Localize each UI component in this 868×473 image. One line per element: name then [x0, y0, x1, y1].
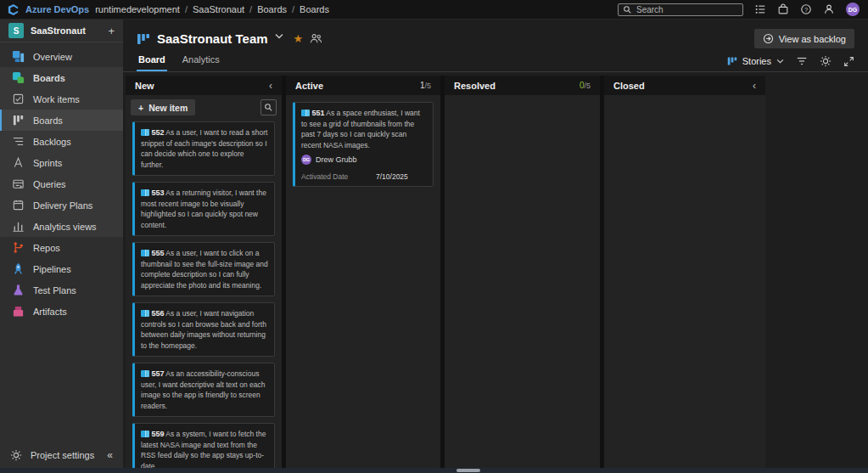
sprints-icon	[12, 156, 25, 169]
scrollbar-thumb[interactable]	[456, 469, 480, 472]
user-settings-icon[interactable]	[823, 3, 835, 15]
help-icon[interactable]: ?	[800, 3, 812, 15]
backlogs-icon	[12, 135, 25, 148]
chevron-down-icon[interactable]	[275, 33, 287, 45]
card-id[interactable]: 557	[151, 369, 164, 378]
assignee-avatar: DG	[301, 155, 311, 165]
user-story-icon	[141, 189, 149, 196]
sidebar-item-label: Work items	[33, 94, 80, 104]
favorite-star-icon[interactable]: ★	[294, 33, 304, 44]
count-limit: /5	[584, 82, 591, 90]
filter-icon[interactable]	[796, 55, 808, 67]
fullscreen-icon[interactable]	[843, 56, 854, 67]
column-new: New ‹ + New item	[126, 76, 282, 468]
collapse-sidebar-button[interactable]: «	[107, 449, 113, 461]
sidebar-item-work-items[interactable]: Work items	[0, 88, 123, 110]
sidebar-item-artifacts[interactable]: Artifacts	[0, 301, 123, 322]
project-settings-button[interactable]: Project settings «	[0, 442, 123, 468]
breadcrumb-page[interactable]: Boards	[300, 4, 329, 14]
column-name: New	[135, 81, 154, 91]
sidebar-item-sprints[interactable]: Sprints	[0, 152, 123, 173]
work-item-card-559[interactable]: 559 As a system, I want to fetch the lat…	[132, 423, 275, 468]
project-avatar[interactable]: S	[8, 23, 24, 38]
search-box[interactable]	[618, 3, 743, 16]
sidebar-item-repos[interactable]: Repos	[0, 237, 123, 258]
work-items-icon	[12, 93, 25, 105]
work-item-card-552[interactable]: 552 As a user, I want to read a short sn…	[132, 121, 275, 176]
column-body-active: 551 As a space enthusiast, I want to see…	[286, 95, 440, 468]
view-as-backlog-button[interactable]: View as backlog	[754, 29, 854, 48]
horizontal-scrollbar[interactable]	[0, 468, 868, 473]
user-story-icon	[141, 310, 149, 317]
sidebar-item-delivery-plans[interactable]: Delivery Plans	[0, 194, 123, 216]
card-id[interactable]: 553	[151, 189, 164, 197]
sidebar-item-pipelines[interactable]: Pipelines	[0, 258, 123, 279]
azure-devops-app: Azure DevOps runtimedevelopment / SaaStr…	[0, 0, 868, 473]
breadcrumb-project[interactable]: SaaStronaut	[193, 4, 244, 14]
work-item-card-557[interactable]: 557 As an accessibility-conscious user, …	[132, 363, 275, 417]
add-project-item-button[interactable]: +	[108, 25, 115, 37]
user-story-icon	[141, 129, 149, 136]
tab-board[interactable]: Board	[137, 54, 167, 71]
task-list-icon[interactable]	[754, 3, 766, 15]
card-id[interactable]: 552	[151, 128, 164, 137]
board-settings-gear-icon[interactable]	[820, 55, 832, 67]
team-members-icon[interactable]	[310, 33, 322, 45]
breadcrumb-org[interactable]: runtimedevelopment	[95, 4, 180, 14]
wip-count: 1/5	[420, 81, 431, 90]
azure-devops-logo-icon[interactable]	[7, 3, 20, 16]
project-settings-label: Project settings	[31, 450, 94, 460]
column-header-active: Active 1/5	[286, 76, 440, 95]
delivery-plans-icon	[12, 199, 25, 211]
sidebar-item-overview[interactable]: Overview	[0, 46, 123, 67]
sidebar-item-analytics-views[interactable]: Analytics views	[0, 216, 123, 237]
main-content: SaaStronaut Team ★ View as backlog Board	[123, 20, 868, 468]
brand-title[interactable]: Azure DevOps	[25, 4, 89, 14]
project-header: S SaaStronaut +	[0, 20, 123, 42]
user-story-icon	[141, 370, 149, 377]
board-controls: Stories	[727, 55, 854, 71]
sidebar-item-boards-group[interactable]: Boards	[0, 67, 123, 88]
search-icon	[264, 103, 273, 112]
breadcrumb-hub[interactable]: Boards	[257, 4, 287, 14]
collapse-column-button[interactable]: ‹	[269, 80, 272, 92]
count-limit: /5	[424, 82, 431, 90]
sidebar-item-test-plans[interactable]: Test Plans	[0, 279, 123, 301]
marketplace-bag-icon[interactable]	[777, 3, 789, 15]
card-field-row: Activated Date 7/10/2025	[301, 172, 427, 181]
field-value[interactable]: 7/10/2025	[376, 172, 408, 181]
board-area: New ‹ + New item	[123, 72, 868, 468]
sidebar-item-label: Artifacts	[33, 307, 67, 317]
work-item-card-555[interactable]: 555 As a user, I want to click on a thum…	[132, 242, 275, 296]
sidebar-item-boards[interactable]: Boards	[0, 110, 123, 131]
tab-analytics[interactable]: Analytics	[181, 54, 221, 71]
user-avatar[interactable]: DG	[846, 3, 860, 16]
work-item-card-553[interactable]: 553 As a returning visitor, I want the m…	[132, 182, 275, 236]
queries-icon	[12, 177, 25, 190]
project-name[interactable]: SaaStronaut	[31, 25, 101, 36]
collapse-column-button[interactable]: ‹	[753, 80, 756, 92]
work-item-card-551[interactable]: 551 As a space enthusiast, I want to see…	[293, 102, 434, 187]
sidebar-item-label: Sprints	[33, 158, 62, 168]
sidebar-item-label: Boards	[33, 73, 65, 83]
work-item-card-556[interactable]: 556 As a user, I want navigation control…	[132, 302, 275, 357]
sidebar-item-label: Queries	[33, 179, 66, 189]
search-input[interactable]	[636, 5, 748, 14]
chevron-down-icon	[776, 59, 784, 64]
new-item-button[interactable]: + New item	[131, 99, 195, 115]
user-story-icon	[141, 431, 149, 437]
assignee-row[interactable]: DG Drew Grubb	[301, 155, 427, 165]
sidebar-item-queries[interactable]: Queries	[0, 173, 123, 194]
card-id[interactable]: 559	[151, 430, 164, 438]
column-header-new: New ‹	[126, 76, 282, 95]
card-id[interactable]: 551	[311, 109, 324, 117]
card-id[interactable]: 555	[151, 249, 164, 257]
tabs-row: Board Analytics Stories	[123, 50, 868, 72]
sidebar-item-backlogs[interactable]: Backlogs	[0, 131, 123, 152]
card-id[interactable]: 556	[151, 309, 164, 318]
board-search-button[interactable]	[260, 99, 277, 115]
view-as-backlog-label: View as backlog	[779, 34, 846, 44]
backlog-level-dropdown[interactable]: Stories	[727, 56, 784, 66]
team-name-title[interactable]: SaaStronaut Team	[157, 31, 268, 46]
board-header: SaaStronaut Team ★ View as backlog	[123, 20, 868, 50]
